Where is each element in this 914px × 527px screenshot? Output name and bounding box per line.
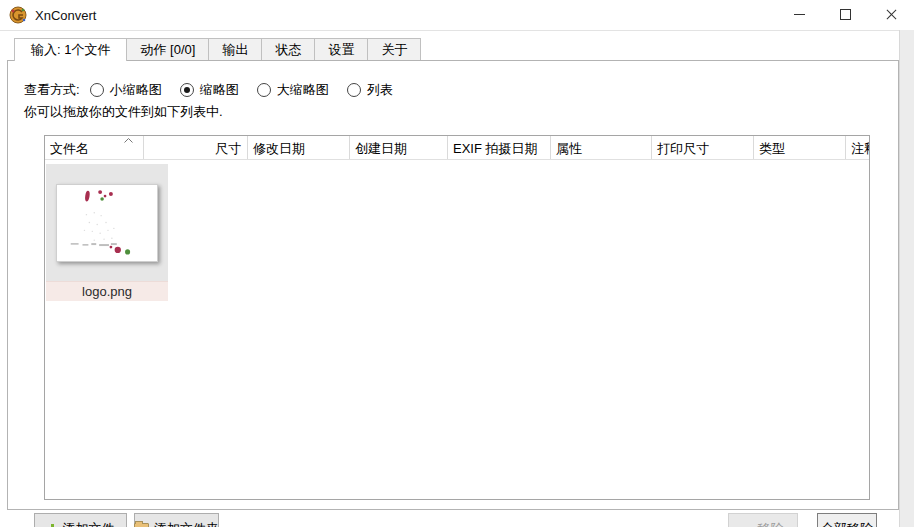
tab-output[interactable]: 输出 [208,38,262,60]
view-mode-label: 查看方式: [24,81,80,99]
radio-label: 缩略图 [200,81,239,99]
radio-thumbnails[interactable]: 缩略图 [180,81,239,99]
thumbnail-image [56,184,158,262]
add-plus-icon [47,524,58,527]
column-header-comment[interactable]: 注释 [846,136,869,159]
radio-list-view[interactable]: 列表 [347,81,393,99]
radio-icon [180,83,194,97]
drag-drop-hint: 你可以拖放你的文件到如下列表中. [24,103,223,121]
column-header-created-date[interactable]: 创建日期 [350,136,448,159]
column-header-filename[interactable]: 文件名 [45,136,144,159]
radio-icon [257,83,271,97]
file-name-label: logo.png [46,281,168,301]
xnconvert-window: XnConvert 输入: 1个文件 动作 [0/0] 输出 状态 设置 关于 … [0,0,914,527]
column-header-exif-date[interactable]: EXIF 拍摄日期 [448,136,551,159]
radio-icon [90,83,104,97]
app-icon [9,6,27,24]
sort-indicator-icon [124,138,133,143]
window-title: XnConvert [35,8,96,23]
folder-icon [134,523,149,527]
window-controls [776,0,914,29]
radio-label: 大缩略图 [277,81,329,99]
view-mode-row: 查看方式: 小缩略图 缩略图 大缩略图 列表 [24,81,411,99]
radio-large-thumbnails[interactable]: 大缩略图 [257,81,329,99]
tab-settings[interactable]: 设置 [314,38,368,60]
tab-about[interactable]: 关于 [367,38,421,60]
tab-status[interactable]: 状态 [261,38,315,60]
column-header-attributes[interactable]: 属性 [551,136,652,159]
maximize-button[interactable] [822,0,868,29]
file-table-header: 文件名 尺寸 修改日期 创建日期 EXIF 拍摄日期 属性 打印尺寸 类型 注释 [45,136,869,160]
tab-bar: 输入: 1个文件 动作 [0/0] 输出 状态 设置 关于 [14,38,421,60]
maximize-icon [840,9,851,20]
add-folder-button[interactable]: 添加文件夹 [134,513,219,527]
tab-input[interactable]: 输入: 1个文件 [14,38,127,61]
radio-label: 小缩略图 [110,81,162,99]
close-button[interactable] [868,0,914,29]
remove-button[interactable]: 移除 [728,513,798,527]
column-header-type[interactable]: 类型 [754,136,846,159]
titlebar: XnConvert [0,0,914,31]
column-header-modified-date[interactable]: 修改日期 [248,136,350,159]
file-item-logo-png[interactable]: logo.png [46,164,168,301]
add-files-button[interactable]: 添加文件 [34,513,127,527]
dialog-background-strip [899,30,914,527]
thumbnail-cell [46,164,168,281]
radio-icon [347,83,361,97]
minimize-button[interactable] [776,0,822,29]
file-table: 文件名 尺寸 修改日期 创建日期 EXIF 拍摄日期 属性 打印尺寸 类型 注释 [44,135,870,500]
file-list[interactable]: logo.png [45,160,869,499]
radio-label: 列表 [367,81,393,99]
minimize-icon [794,14,805,15]
column-header-print-size[interactable]: 打印尺寸 [652,136,754,159]
tab-actions[interactable]: 动作 [0/0] [126,38,209,60]
close-icon [886,9,897,20]
column-header-size[interactable]: 尺寸 [144,136,248,159]
remove-all-button[interactable]: 全部移除 [817,513,877,527]
radio-small-thumbnails[interactable]: 小缩略图 [90,81,162,99]
